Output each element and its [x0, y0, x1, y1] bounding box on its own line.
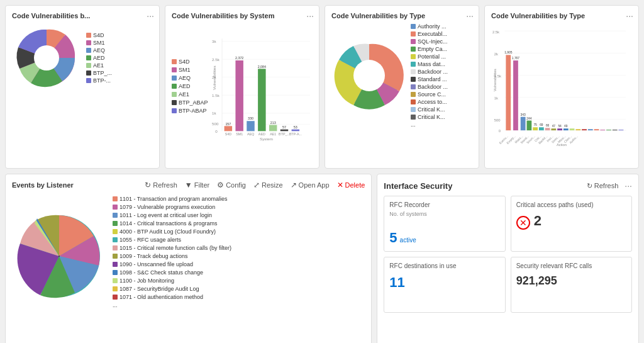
svg-text:Vulnerabilities: Vulnerabilities [212, 65, 216, 90]
evt-1015: 1015 - Critical remote function calls (b… [113, 245, 231, 251]
dashboard: Code Vulnerabilities b... ··· [0, 0, 644, 343]
card-events-listener: Events by Listener ↻ Refresh ▼ Filter ⚙ … [5, 174, 372, 343]
interface-header-right: ↻ Refresh ··· [587, 181, 632, 191]
svg-text:AEQ: AEQ [247, 132, 253, 136]
svg-rect-61 [533, 127, 538, 130]
li-sql: SQL-Injec... [411, 38, 448, 45]
svg-text:2,084: 2,084 [257, 65, 265, 69]
card-interface-security: Interface Security ↻ Refresh ··· RFC Rec… [377, 174, 639, 343]
card2-legend: S4D SM1 AEQ AED AE1 BTP_ABAP BTP-ABAP [172, 23, 208, 149]
legend-sm1: SM1 [172, 67, 208, 73]
card2-menu[interactable]: ··· [306, 11, 314, 21]
evt-1055: 1055 - RFC usage alerts [113, 237, 231, 243]
svg-text:1.5k: 1.5k [212, 93, 220, 98]
svg-text:54: 54 [558, 125, 562, 128]
card3-menu[interactable]: ··· [466, 11, 474, 21]
interface-grid: RFC Recorder No. of systems 5 active Cri… [384, 196, 632, 313]
li-critical1: Critical K... [411, 106, 448, 113]
delete-button[interactable]: ✕ Delete [337, 181, 365, 189]
delete-icon: ✕ [337, 181, 343, 189]
resize-button[interactable]: ⤢ Resize [253, 181, 283, 189]
resize-label: Resize [262, 181, 283, 189]
events-legend: 1101 - Transaction and program anomalies… [113, 196, 231, 308]
card1-legend: S4D SM1 AEQ AED AE1 BTP_... BTP-... [86, 32, 112, 84]
card4-menu[interactable]: ··· [626, 11, 633, 21]
legend-item-s4d: S4D [86, 32, 112, 38]
card1-menu[interactable]: ··· [147, 11, 154, 21]
svg-text:Action: Action [557, 143, 567, 147]
svg-text:AE1: AE1 [270, 132, 276, 136]
svg-rect-65 [545, 128, 550, 130]
donut-chart [331, 35, 407, 116]
evt-1079: 1079 - Vulnerable programs execution [113, 204, 231, 210]
open-app-button[interactable]: ↗ Open App [291, 181, 330, 189]
rfc-recorder-value-row: 5 active [389, 225, 499, 246]
config-label: Config [226, 181, 246, 189]
filter-button[interactable]: ▼ Filter [185, 181, 209, 189]
svg-text:2.5k: 2.5k [492, 30, 499, 34]
svg-text:57: 57 [282, 125, 286, 129]
svg-point-97 [58, 256, 60, 257]
legend-item-aeq: AEQ [86, 47, 112, 53]
svg-text:2,372: 2,372 [235, 56, 243, 60]
svg-rect-20 [247, 121, 254, 131]
interface-menu[interactable]: ··· [625, 181, 632, 191]
card2-barchart: 3k 2.5k 2k 1.5k 1k 500 0 [212, 23, 313, 149]
legend-item-aed: AED [86, 55, 112, 61]
rfc-recorder-card: RFC Recorder No. of systems 5 active [384, 196, 505, 252]
card2-content: S4D SM1 AEQ AED AE1 BTP_ABAP BTP-ABAP 3k… [172, 23, 313, 149]
svg-rect-79 [606, 130, 611, 130]
card-vulnerabilities-type-bar: Code Vulnerabilities by Type ··· 2.5k 2k… [484, 5, 639, 169]
security-rfc-label: Security relevant RFC calls [516, 262, 626, 269]
card-vulnerabilities-system: Code Vulnerabilities by System ··· S4D S… [165, 5, 319, 169]
li-authority: Authority ... [411, 23, 448, 30]
resize-icon: ⤢ [253, 181, 260, 189]
card3-title: Code Vulnerabilities by Type [331, 12, 472, 20]
li-empty: Empty Ca... [411, 46, 448, 52]
svg-rect-77 [594, 129, 599, 130]
svg-text:330: 330 [248, 116, 253, 120]
legend-aed: AED [172, 83, 208, 89]
card3-legend: Authority ... Executabl... SQL-Injec... … [411, 23, 448, 128]
filter-label: Filter [194, 181, 209, 189]
li-potential: Potential ... [411, 53, 448, 60]
svg-rect-24 [269, 125, 276, 132]
interface-refresh-button[interactable]: ↻ Refresh [587, 182, 619, 190]
svg-text:2.5k: 2.5k [212, 57, 220, 62]
svg-text:75: 75 [533, 123, 537, 127]
svg-rect-22 [258, 69, 265, 131]
svg-point-40 [353, 60, 385, 91]
svg-text:66: 66 [546, 124, 550, 127]
li-mass: Mass dat... [411, 61, 448, 67]
li-critical2: Critical K... [411, 114, 448, 120]
rfc-recorder-sublabel: No. of systems [389, 211, 499, 217]
refresh-icon: ↻ [145, 181, 151, 189]
svg-text:1k: 1k [494, 96, 498, 100]
svg-rect-75 [582, 129, 587, 130]
rfc-destinations-label: RFC destinations in use [389, 262, 499, 269]
config-button[interactable]: ⚙ Config [217, 181, 246, 189]
card1-chart-area: S4D SM1 AEQ AED AE1 BTP_... BTP-... [12, 23, 153, 93]
card4-svg: 2.5k 2k 1.5k 1k 500 0 [491, 23, 632, 149]
legend-s4d: S4D [172, 59, 208, 65]
svg-text:500: 500 [494, 118, 501, 122]
interface-refresh-label: Refresh [594, 182, 619, 189]
filter-icon: ▼ [185, 181, 192, 189]
refresh-button[interactable]: ↻ Refresh [145, 181, 177, 189]
svg-text:53: 53 [293, 125, 297, 129]
svg-text:500: 500 [212, 121, 219, 126]
svg-text:244: 244 [526, 117, 531, 120]
svg-rect-28 [291, 130, 299, 132]
evt-1071: 1071 - Old authentication method [113, 294, 231, 300]
events-content: 1101 - Transaction and program anomalies… [12, 193, 365, 319]
svg-text:System: System [260, 137, 273, 141]
svg-rect-16 [224, 126, 231, 131]
evt-1090: 1090 - Unscanned file upload [113, 261, 231, 267]
svg-rect-71 [564, 128, 569, 130]
svg-rect-74 [575, 129, 580, 130]
svg-text:343: 343 [521, 113, 526, 116]
security-rfc-value: 921,295 [516, 274, 626, 288]
bottom-row: Events by Listener ↻ Refresh ▼ Filter ⚙ … [5, 174, 639, 343]
svg-text:69: 69 [540, 123, 543, 127]
svg-point-1 [34, 45, 59, 70]
